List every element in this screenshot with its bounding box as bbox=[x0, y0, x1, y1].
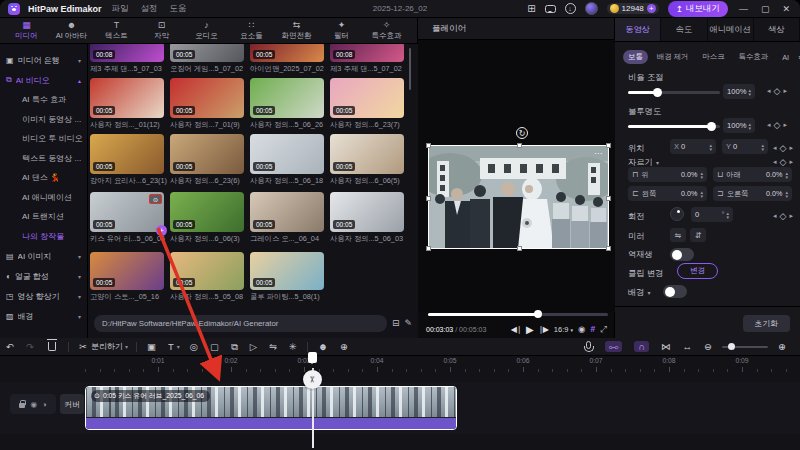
trash-icon[interactable] bbox=[48, 342, 56, 351]
keyframe-prev-icon[interactable]: ◂ bbox=[773, 212, 777, 220]
rotate-value[interactable]: 0°▴▾ bbox=[691, 207, 733, 222]
keyframe-prev-icon[interactable]: ◂ bbox=[767, 87, 771, 95]
coin-balance[interactable]: 12948 + bbox=[607, 3, 659, 14]
tab-요소들[interactable]: ∷요소들 bbox=[229, 21, 274, 41]
keyframe-next-icon[interactable]: ▸ bbox=[789, 144, 793, 152]
minimize-button[interactable]: — bbox=[737, 4, 750, 14]
inspector-tab-속도[interactable]: 속도 bbox=[661, 18, 707, 41]
redo-icon[interactable]: ↷ bbox=[26, 342, 34, 352]
position-x[interactable]: X0▴▾ bbox=[670, 139, 716, 154]
background-label[interactable]: 배경▾ bbox=[628, 287, 651, 298]
crop-icon[interactable]: ▢ bbox=[210, 342, 219, 352]
flip-horizontal-icon[interactable]: ⇋ bbox=[670, 228, 686, 242]
more-dots-icon[interactable]: ⋯ bbox=[594, 149, 603, 158]
media-item[interactable]: 00:05고양이 스토..._05_16 bbox=[90, 252, 164, 302]
playhead-pin[interactable] bbox=[308, 352, 317, 363]
sticker-icon[interactable]: ▣ bbox=[147, 342, 156, 352]
sidebar-item[interactable]: 텍스트 동영상 ... bbox=[0, 149, 87, 169]
crop-field-왼쪽[interactable]: ⊏왼쪽0.0%▴▾ bbox=[628, 186, 707, 201]
media-item[interactable]: 00:05사용자 정의...6_23(7) bbox=[330, 78, 404, 130]
inspector-tab-애니메이션[interactable]: 애니메이션 bbox=[708, 18, 754, 41]
step-down-icon[interactable]: ▾ bbox=[748, 126, 751, 130]
link-icon[interactable]: ⧟ bbox=[605, 341, 623, 353]
reverse-toggle[interactable] bbox=[670, 248, 694, 261]
preview-clip[interactable]: ↻ ⋯ bbox=[428, 145, 609, 249]
add-clip-icon[interactable]: ⊕ bbox=[340, 342, 348, 352]
keyframe-add-icon[interactable]: ◇ bbox=[780, 211, 787, 221]
sidebar-group[interactable]: ⧉AI 비디오▴ bbox=[0, 70, 87, 90]
close-button[interactable]: ✕ bbox=[780, 4, 792, 14]
feedback-icon[interactable] bbox=[545, 5, 556, 13]
menu-file[interactable]: 파일 bbox=[110, 3, 131, 15]
menu-settings[interactable]: 설정 bbox=[139, 3, 160, 15]
keyframe-next-icon[interactable]: ▸ bbox=[783, 87, 787, 95]
cover-button[interactable]: 커버 bbox=[60, 394, 84, 414]
timeline-zoom-slider[interactable] bbox=[722, 346, 768, 348]
media-item[interactable]: 00:05쿨루 파이팅...5_08(1) bbox=[250, 252, 324, 302]
media-item[interactable]: 00:05사용자 정의..._01(12) bbox=[90, 78, 164, 130]
flip-icon[interactable]: ⇋ bbox=[269, 342, 277, 352]
sidebar-item[interactable]: 나의 창작물 bbox=[0, 227, 87, 247]
step-down-icon[interactable]: ▾ bbox=[785, 175, 788, 179]
media-item[interactable]: 00:05오징어 게임...5_07_02 bbox=[170, 42, 244, 74]
tab-미디어[interactable]: ▦미디어 bbox=[4, 21, 49, 41]
media-item[interactable]: 00:05그레이스 오..._06_04 bbox=[250, 192, 324, 244]
aspect-ratio-select[interactable]: 16:9 ▾ bbox=[554, 325, 573, 334]
crop-field-위[interactable]: ⊓위0.0%▴▾ bbox=[628, 167, 707, 182]
zoom-out-icon[interactable]: ⊖ bbox=[704, 342, 712, 352]
sidebar-item[interactable]: AI 애니메이션 bbox=[0, 188, 87, 208]
crop-field-오른쪽[interactable]: ⊐오른쪽0.0%▴▾ bbox=[713, 186, 792, 201]
slider-knob[interactable] bbox=[707, 122, 716, 131]
text-tool-icon[interactable]: T bbox=[168, 342, 174, 352]
media-item[interactable]: 00:05아이언맨_2025_07_02 bbox=[250, 42, 324, 74]
step-down-icon[interactable]: ▾ bbox=[748, 92, 751, 96]
sidebar-item[interactable]: 이미지 동영상 ... bbox=[0, 110, 87, 130]
opacity-slider[interactable] bbox=[628, 125, 720, 128]
sidebar-item-media-bank[interactable]: ▣미디어 은행▾ bbox=[0, 50, 87, 70]
media-item[interactable]: 00:05사용자 정의...5_06_03 bbox=[330, 192, 404, 244]
tab-자막[interactable]: ⊡자막 bbox=[139, 21, 184, 41]
keyframe-add-icon[interactable]: ◇ bbox=[774, 120, 781, 130]
step-down-icon[interactable]: ▾ bbox=[700, 175, 703, 179]
change-folder-icon[interactable]: ⊟ bbox=[392, 318, 400, 328]
scale-value[interactable]: 100%▴▾ bbox=[723, 84, 755, 99]
step-down-icon[interactable]: ▾ bbox=[700, 194, 703, 198]
step-down-icon[interactable]: ▾ bbox=[726, 215, 729, 219]
download-icon[interactable]: ↓ bbox=[565, 3, 576, 14]
media-item[interactable]: 00:08제3 주제 댄...5_07_03 bbox=[90, 42, 164, 74]
zoom-in-icon[interactable]: ⊕ bbox=[778, 342, 786, 352]
avatar[interactable] bbox=[585, 2, 598, 15]
inspector-tab-색상[interactable]: 색상 bbox=[754, 18, 800, 41]
media-item[interactable]: 00:05사용자 정의...6_06(3) bbox=[170, 192, 244, 244]
sidebar-item[interactable]: AI 트랜지션 bbox=[0, 207, 87, 227]
timeline-clip[interactable]: ⊙ 0:05 키스 유어 러브_2025_06_06 bbox=[85, 386, 457, 430]
fit-icon[interactable]: ↔ bbox=[683, 342, 693, 352]
rotate-handle-icon[interactable]: ↻ bbox=[516, 127, 528, 139]
keyframe-next-icon[interactable]: ▸ bbox=[789, 212, 793, 220]
tab-화면전환[interactable]: ⇆화면전환 bbox=[274, 21, 319, 41]
lock-icon[interactable] bbox=[19, 403, 25, 408]
tab-특수효과[interactable]: ✧특수효과 bbox=[364, 21, 409, 41]
speed-icon[interactable]: ▷ bbox=[250, 342, 257, 352]
edit-path-icon[interactable]: ✎ bbox=[404, 318, 412, 328]
media-item[interactable]: 00:05사용자 정의...5_06_18 bbox=[250, 134, 324, 186]
media-item[interactable]: 00:05사용자 정의...5_05_08 bbox=[170, 252, 244, 302]
sidebar-item[interactable]: AI 댄스 💃 bbox=[0, 168, 87, 188]
play-button[interactable]: ▶ bbox=[526, 324, 534, 335]
keyframe-next-icon[interactable]: ▸ bbox=[789, 158, 793, 166]
keyframe-prev-icon[interactable]: ◂ bbox=[773, 144, 777, 152]
step-down-icon[interactable]: ▾ bbox=[785, 194, 788, 198]
progress-knob[interactable] bbox=[534, 310, 542, 318]
background-toggle[interactable] bbox=[663, 285, 687, 298]
menu-help[interactable]: 도움 bbox=[168, 3, 189, 15]
inspector-tab-동영상[interactable]: 동영상 bbox=[615, 18, 661, 41]
reset-button[interactable]: 초기화 bbox=[743, 315, 790, 332]
keyframe-prev-icon[interactable]: ◂ bbox=[767, 121, 771, 129]
sidebar-item[interactable]: AI 특수 효과 bbox=[0, 90, 87, 110]
media-item[interactable]: 00:05강아지 요리사...6_23(1) bbox=[90, 134, 164, 186]
media-item[interactable]: 00:05⊙+키스 유어 러...5_06_06 bbox=[90, 192, 164, 244]
media-item[interactable]: 00:08제3 주제 댄...5_07_02 bbox=[330, 42, 404, 74]
scissors-cursor-icon[interactable]: ✂ bbox=[303, 370, 322, 389]
snapshot-icon[interactable]: ◉ bbox=[578, 324, 585, 334]
media-item[interactable]: 00:05사용자 정의...7_01(9) bbox=[170, 78, 244, 130]
